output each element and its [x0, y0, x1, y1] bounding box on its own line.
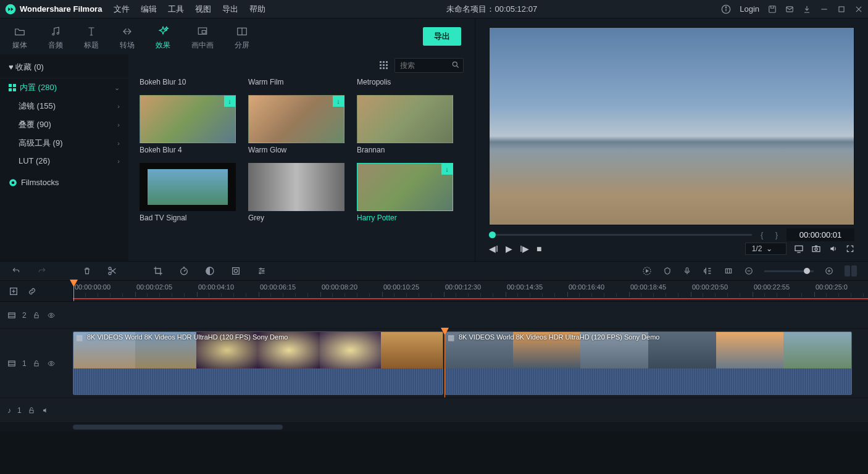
color-button[interactable]	[205, 266, 215, 276]
effect-thumb[interactable]	[357, 95, 453, 143]
tab-media[interactable]: 媒体	[9, 23, 31, 52]
quality-icon[interactable]	[794, 244, 804, 253]
timeline-ruler[interactable]: 00:00:00:0000:00:02:0500:00:04:1000:00:0…	[73, 281, 868, 301]
add-track-button[interactable]	[9, 286, 19, 296]
grid-view-icon[interactable]	[380, 61, 388, 70]
window-close-icon[interactable]	[854, 5, 863, 14]
favorites-row[interactable]: ♥ 收藏 (0)	[0, 57, 128, 78]
marker-button[interactable]	[663, 266, 672, 276]
volume-icon[interactable]	[828, 244, 838, 253]
download-badge-icon[interactable]: ↓	[441, 164, 453, 175]
link-button[interactable]	[27, 286, 37, 296]
effect-thumb[interactable]	[140, 163, 236, 211]
ruler-tick: 00:00:25:0	[816, 283, 848, 291]
effect-thumb[interactable]: ↓	[357, 163, 453, 211]
window-minimize-icon[interactable]	[820, 5, 828, 14]
menu-help[interactable]: 帮助	[244, 4, 271, 15]
menu-file[interactable]: 文件	[108, 4, 135, 15]
audio-mixer-button[interactable]	[703, 266, 712, 276]
fullscreen-icon[interactable]	[846, 244, 854, 253]
lock-icon[interactable]	[28, 406, 35, 415]
zoom-in-button[interactable]	[825, 267, 833, 275]
slider-knob[interactable]	[804, 268, 810, 274]
sidebar-item-advanced[interactable]: 高级工具 (9)›	[0, 134, 128, 152]
timeline-hscroll[interactable]	[0, 423, 868, 431]
tab-split[interactable]: 分屏	[231, 23, 253, 52]
tab-audio[interactable]: 音频	[44, 23, 67, 52]
sidebar-builtin[interactable]: 内置 (280)⌄	[0, 78, 128, 97]
brand-label: Wondershare Filmora	[20, 4, 102, 14]
window-maximize-icon[interactable]	[837, 5, 846, 14]
svg-point-38	[181, 268, 188, 275]
mark-in-out-button[interactable]	[724, 267, 733, 275]
chevron-right-icon: ›	[117, 139, 120, 147]
chevron-down-icon: ⌄	[114, 84, 120, 92]
lock-icon[interactable]	[33, 311, 40, 320]
eye-icon[interactable]	[46, 360, 56, 367]
track-lane-a1[interactable]	[73, 398, 868, 422]
menu-view[interactable]: 视图	[190, 4, 217, 15]
speaker-icon[interactable]	[41, 407, 50, 414]
mail-icon[interactable]	[785, 5, 794, 14]
save-icon[interactable]	[768, 5, 777, 14]
video-clip[interactable]: ▦ 8K VIDEOS World 8K Videos HDR UltraHD …	[73, 331, 443, 395]
track-lane-v2[interactable]	[73, 302, 868, 328]
effect-thumb[interactable]: ↓	[140, 95, 236, 143]
download-badge-icon[interactable]: ↓	[224, 96, 235, 107]
preview-viewport[interactable]	[489, 27, 854, 225]
sparkle-icon	[157, 25, 169, 38]
menu-edit[interactable]: 编辑	[135, 4, 162, 15]
preview-scrubber[interactable]	[489, 234, 752, 236]
menu-export[interactable]: 导出	[217, 4, 244, 15]
tab-effects[interactable]: 效果	[152, 23, 174, 52]
export-button[interactable]: 导出	[423, 27, 461, 46]
next-frame-button[interactable]: Ⅰ▶	[520, 244, 529, 254]
split-button[interactable]	[107, 266, 117, 276]
tab-title[interactable]: 标题	[80, 23, 102, 52]
render-button[interactable]	[642, 266, 652, 276]
speed-button[interactable]	[179, 266, 189, 276]
filmstocks-icon	[9, 178, 17, 187]
download-icon[interactable]	[803, 5, 811, 14]
scrollbar-thumb[interactable]	[73, 425, 283, 430]
eye-icon[interactable]	[46, 312, 56, 319]
zoom-fit-button[interactable]	[845, 265, 857, 276]
sidebar-filmstocks[interactable]: Filmstocks	[0, 169, 128, 196]
video-clip[interactable]: ▦ 8K VIDEOS World 8K Videos HDR UltraHD …	[444, 331, 852, 395]
snapshot-icon[interactable]	[811, 244, 821, 253]
svg-rect-18	[9, 88, 12, 91]
effect-thumb[interactable]: ↓	[248, 95, 344, 143]
preview-zoom-select[interactable]: 1/2 ⌄	[745, 243, 787, 255]
sidebar-item-filters[interactable]: 滤镜 (155)›	[0, 97, 128, 115]
stop-button[interactable]: ■	[536, 244, 541, 254]
login-link[interactable]: Login	[740, 4, 759, 14]
scrubber-handle[interactable]	[489, 231, 496, 238]
record-vo-button[interactable]	[683, 266, 691, 276]
undo-button[interactable]	[11, 267, 21, 275]
timeline-zoom-slider[interactable]	[764, 270, 814, 272]
adjust-button[interactable]	[257, 267, 267, 275]
tab-pip[interactable]: 画中画	[188, 23, 217, 52]
effect-label: Brannan	[357, 143, 453, 160]
menu-tools[interactable]: 工具	[162, 4, 190, 15]
playhead[interactable]	[444, 329, 445, 397]
effect-thumb[interactable]	[248, 163, 344, 211]
sidebar-item-lut[interactable]: LUT (26)›	[0, 152, 128, 169]
svg-rect-26	[383, 64, 385, 66]
redo-button[interactable]	[37, 267, 47, 275]
sidebar-item-overlays[interactable]: 叠覆 (90)›	[0, 115, 128, 134]
lock-icon[interactable]	[33, 359, 40, 368]
prev-frame-button[interactable]: ◀Ⅰ	[489, 244, 498, 254]
delete-button[interactable]	[83, 266, 91, 276]
play-button[interactable]: ▶	[506, 244, 512, 254]
info-icon[interactable]	[721, 4, 731, 14]
crop-button[interactable]	[153, 266, 163, 276]
search-icon[interactable]	[451, 60, 460, 69]
playhead[interactable]	[73, 281, 74, 301]
download-badge-icon[interactable]: ↓	[333, 96, 344, 107]
mark-braces[interactable]: { }	[761, 230, 780, 239]
zoom-out-button[interactable]	[745, 267, 753, 275]
greenscreen-button[interactable]	[231, 266, 241, 276]
track-lane-v1[interactable]: ▦ 8K VIDEOS World 8K Videos HDR UltraHD …	[73, 329, 868, 397]
tab-transition[interactable]: 转场	[116, 23, 138, 52]
